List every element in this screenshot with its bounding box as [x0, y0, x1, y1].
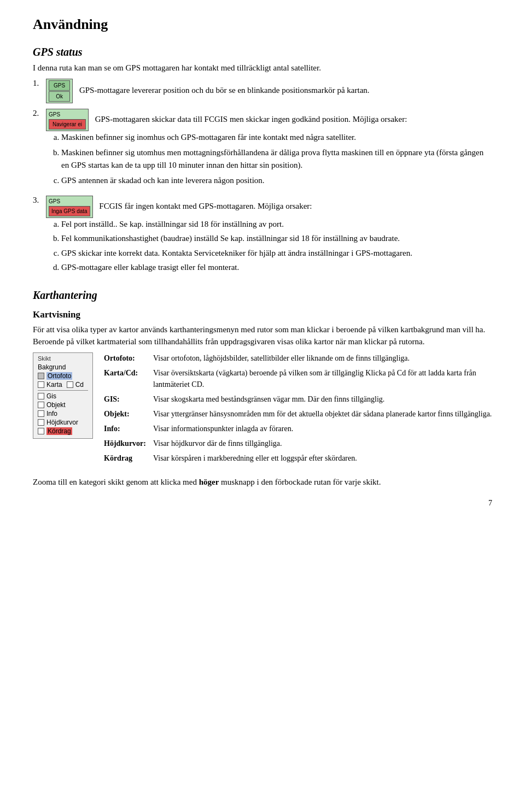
gps-status-section: GPS status I denna ruta kan man se om GP…: [33, 46, 492, 276]
zoom-text-part2: musknapp i den förbockade rutan för varj…: [219, 478, 381, 486]
kartvisning-menu: Skikt Bakgrund Ortofoto Karta Cd: [33, 352, 93, 439]
ortofoto-checkbox[interactable]: [38, 373, 44, 379]
item-3a: Fel port inställd.. Se kap. inställninga…: [61, 218, 492, 231]
desc-karta-text: Visar översiktskarta (vägkarta) beroende…: [153, 367, 492, 390]
gps-badge-label: GPS: [49, 80, 70, 91]
item-2-num: 2.: [33, 109, 46, 118]
menu-title: Skikt: [38, 355, 88, 362]
desc-gis-text: Visar skogskarta med beståndsgränsen väg…: [153, 393, 492, 405]
karta-label: Karta: [46, 381, 62, 389]
gps-item-1: 1. GPS Ok GPS-mottagare levererar positi…: [33, 79, 492, 103]
gps-ok-badge: GPS Ok: [46, 79, 73, 103]
info-checkbox[interactable]: [38, 410, 44, 417]
item-1-content: GPS Ok GPS-mottagare levererar position …: [46, 79, 492, 103]
desc-objekt: Objekt: Visar yttergränser hänsysnområde…: [104, 408, 492, 420]
menu-karta-cd[interactable]: Karta Cd: [38, 381, 88, 389]
item-3-text: FCGIS får ingen kontakt med GPS-mottagar…: [99, 201, 312, 210]
desc-gis-label: GIS:: [104, 393, 153, 405]
desc-gis: GIS: Visar skogskarta med beståndsgränse…: [104, 393, 492, 405]
kordrag-label: Kördrag: [46, 427, 72, 435]
menu-info[interactable]: Info: [38, 410, 88, 417]
zoom-text: Zooma till en kategori skikt genom att k…: [33, 476, 492, 489]
menu-kordrag[interactable]: Kördrag: [38, 427, 88, 435]
karta-checkbox[interactable]: [38, 381, 44, 388]
desc-hojdkurvor: Höjdkurvor: Visar höjdkurvor där de finn…: [104, 438, 492, 449]
desc-ortofoto-text: Visar ortofoton, låghöjdsbilder, satelli…: [153, 352, 492, 364]
gps-status-intro: I denna ruta kan man se om GPS mottagare…: [33, 62, 492, 74]
gps-nav-badge: GPS Navigerar ei: [46, 109, 89, 131]
gps-ingen-badge: GPS Inga GPS data: [46, 196, 93, 218]
desc-ortofoto: Ortofoto: Visar ortofoton, låghöjdsbilde…: [104, 352, 492, 364]
menu-hojdkurvor[interactable]: Höjdkurvor: [38, 419, 88, 426]
zoom-bold: höger: [199, 478, 219, 486]
item-3-num: 3.: [33, 196, 46, 205]
gps-badge-ok: Ok: [49, 91, 70, 102]
item-2-content: GPS Navigerar ei GPS-mottagaren skickar …: [46, 109, 492, 190]
menu-separator: [38, 390, 88, 391]
menu-objekt[interactable]: Objekt: [38, 401, 88, 409]
item-1-text: GPS-mottagare levererar position och du …: [79, 85, 370, 94]
desc-ortofoto-label: Ortofoto:: [104, 352, 153, 364]
item-3b: Fel kommunikationshastighet (baudrae) in…: [61, 232, 492, 245]
desc-kordrag-label: Kördrag: [104, 452, 153, 464]
desc-kordrag: Kördrag Visar körspåren i markberedning …: [104, 452, 492, 464]
desc-karta-label: Karta/Cd:: [104, 367, 153, 390]
menu-bakgrund-label: Bakgrund: [38, 363, 88, 371]
cd-label: Cd: [75, 381, 84, 389]
kartvisning-intro: För att visa olika typer av kartor använ…: [33, 323, 492, 348]
desc-hojdkurvor-label: Höjdkurvor:: [104, 438, 153, 449]
menu-ortofoto[interactable]: Ortofoto: [38, 372, 88, 380]
page-number: 7: [33, 499, 492, 508]
desc-objekt-text: Visar yttergränser hänsysnområden mm för…: [153, 408, 492, 420]
info-label: Info: [46, 410, 57, 417]
karthantering-heading: Karthantering: [33, 289, 492, 302]
gps-item-2: 2. GPS Navigerar ei GPS-mottagaren skick…: [33, 109, 492, 190]
item-2-text: GPS-mottagaren skickar data till FCGIS m…: [95, 114, 407, 123]
item-1-num: 1.: [33, 79, 46, 88]
bakgrund-text: Bakgrund: [38, 363, 66, 371]
item-2b: Maskinen befinner sig utomhus men mottag…: [61, 146, 492, 171]
desc-info-label: Info:: [104, 423, 153, 434]
gis-label: Gis: [46, 392, 56, 400]
gps-status-heading: GPS status: [33, 46, 492, 58]
desc-objekt-label: Objekt:: [104, 408, 153, 420]
item-2-sublist: Maskinen befinner sig inomhus och GPS-mo…: [61, 131, 492, 187]
hojdkurvor-checkbox[interactable]: [38, 419, 44, 426]
zoom-text-part1: Zooma till en kategori skikt genom att k…: [33, 478, 199, 486]
desc-info-text: Visar informationspunkter inlagda av för…: [153, 423, 492, 434]
gps-item-3: 3. GPS Inga GPS data FCGIS får ingen kon…: [33, 196, 492, 276]
page-title: Användning: [33, 16, 492, 33]
item-3-content: GPS Inga GPS data FCGIS får ingen kontak…: [46, 196, 492, 276]
kartvisning-descriptions: Ortofoto: Visar ortofoton, låghöjdsbilde…: [104, 352, 492, 467]
item-3-sublist: Fel port inställd.. Se kap. inställninga…: [61, 218, 492, 274]
kartvisning-heading: Kartvisning: [33, 309, 492, 320]
gis-checkbox[interactable]: [38, 393, 44, 399]
item-2c: GPS antennen är skadad och kan inte leve…: [61, 174, 492, 187]
objekt-label: Objekt: [46, 401, 66, 409]
desc-karta: Karta/Cd: Visar översiktskarta (vägkarta…: [104, 367, 492, 390]
item-3c: GPS skickar inte korrekt data. Kontakta …: [61, 247, 492, 260]
item-3d: GPS-mottagare eller kablage trasigt elle…: [61, 261, 492, 274]
hojdkurvor-label: Höjdkurvor: [46, 419, 78, 426]
desc-hojdkurvor-text: Visar höjdkurvor där de finns tillgängli…: [153, 438, 492, 449]
karthantering-section: Karthantering Kartvisning För att visa o…: [33, 289, 492, 489]
cd-checkbox[interactable]: [67, 381, 73, 388]
ortofoto-label: Ortofoto: [46, 372, 72, 380]
item-2a: Maskinen befinner sig inomhus och GPS-mo…: [61, 131, 492, 144]
menu-gis[interactable]: Gis: [38, 392, 88, 400]
objekt-checkbox[interactable]: [38, 402, 44, 408]
desc-kordrag-text: Visar körspåren i markberedning eller et…: [153, 452, 492, 464]
kartvisning-layout: Skikt Bakgrund Ortofoto Karta Cd: [33, 352, 492, 467]
desc-info: Info: Visar informationspunkter inlagda …: [104, 423, 492, 434]
kartvisning-section: Kartvisning För att visa olika typer av …: [33, 309, 492, 489]
kordrag-checkbox[interactable]: [38, 428, 44, 434]
